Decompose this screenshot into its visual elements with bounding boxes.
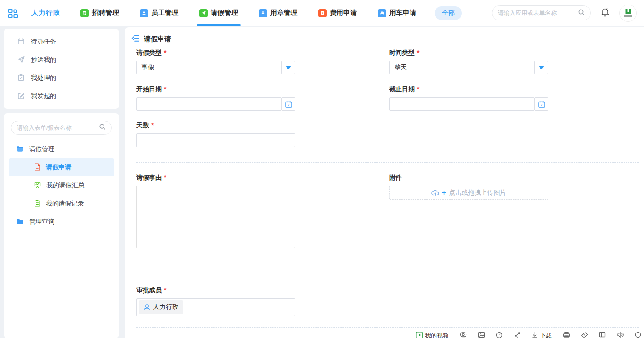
eraser-icon — [581, 332, 588, 338]
collapse-sidebar-icon[interactable] — [131, 34, 140, 44]
required-asterisk: * — [164, 174, 166, 182]
time-type-dropdown-button[interactable] — [535, 61, 548, 74]
open-folder-icon — [16, 146, 24, 153]
brand-logo-icon — [625, 9, 632, 15]
tab-label: 用车申请 — [389, 9, 416, 17]
svg-text:7: 7 — [287, 103, 290, 107]
tab-seal[interactable]: 用章管理 — [259, 0, 297, 26]
leave-request-form-panel: 请假申请 请假类型* 事假 — [125, 27, 644, 338]
screenshot-button[interactable] — [478, 332, 485, 338]
global-search[interactable] — [492, 5, 591, 20]
field-label: 时间类型* — [389, 49, 548, 57]
reason-textarea[interactable] — [136, 186, 295, 248]
seal-icon — [259, 9, 267, 17]
recorder-toolbar: 我的视频 下载 — [416, 332, 641, 338]
leave-type-value: 事假 — [141, 64, 154, 72]
calendar-icon: 7 — [285, 100, 292, 108]
speed-button[interactable] — [496, 332, 503, 338]
form-header: 请假申请 — [125, 27, 644, 49]
tab-vehicle[interactable]: 用车申请 — [378, 0, 416, 26]
my-videos-button[interactable]: 我的视频 — [416, 332, 449, 338]
tree-item-leave-records[interactable]: 我的请假记录 — [9, 195, 114, 213]
erase-button[interactable] — [581, 332, 588, 338]
recruitment-icon — [80, 9, 89, 17]
form-search-input[interactable] — [17, 124, 99, 131]
rocket-share-icon — [514, 332, 521, 338]
tab-expense[interactable]: ¥ 费用申请 — [318, 0, 357, 26]
cloud-upload-icon — [431, 190, 439, 196]
sidebar-item-todo-tasks[interactable]: 待办任务 — [4, 33, 119, 51]
tree-folder-leave-management[interactable]: 请假管理 — [4, 140, 119, 158]
record-circle-icon — [635, 332, 641, 338]
brand-logo-caption — [624, 15, 632, 17]
car-icon — [378, 9, 386, 17]
employee-icon — [140, 9, 148, 17]
days-input-box[interactable] — [136, 133, 295, 147]
approver-picker[interactable]: 人力行政 — [136, 298, 295, 316]
sidebar-item-label: 我处理的 — [31, 74, 56, 82]
share-button[interactable] — [514, 332, 521, 338]
time-type-select[interactable]: 整天 — [389, 61, 535, 74]
global-search-input[interactable] — [498, 10, 578, 16]
all-apps-pill[interactable]: 全部 — [435, 6, 462, 20]
tree-folder-label: 管理查询 — [29, 218, 54, 226]
end-date-input[interactable] — [394, 100, 530, 108]
sidebar-item-initiated-by-me[interactable]: 我发起的 — [4, 87, 119, 105]
tab-employees[interactable]: 员工管理 — [140, 0, 178, 26]
volume-button[interactable] — [617, 332, 624, 338]
search-icon[interactable] — [578, 9, 585, 18]
leave-send-icon — [199, 9, 208, 17]
tab-leave[interactable]: 请假管理 — [199, 0, 238, 26]
form-search[interactable] — [11, 121, 112, 135]
print-button[interactable] — [563, 332, 570, 338]
image-icon — [478, 332, 485, 338]
record-button[interactable] — [635, 332, 641, 338]
layout-panel-icon — [599, 332, 606, 338]
app-launcher-grid-icon[interactable] — [7, 8, 18, 19]
field-end-date: 截止日期* 7 — [389, 85, 548, 111]
sidebar-item-cc-to-me[interactable]: 抄送我的 — [4, 51, 119, 69]
green-clipboard-icon — [34, 200, 40, 208]
leave-type-select[interactable]: 事假 — [136, 61, 282, 74]
account-avatar[interactable] — [619, 5, 637, 22]
tree-item-leave-request[interactable]: 请假申请 — [9, 158, 114, 176]
chevron-down-icon — [286, 66, 291, 69]
start-date-input[interactable] — [141, 100, 277, 108]
plus-icon: + — [442, 189, 446, 196]
start-date-picker-button[interactable]: 7 — [282, 97, 295, 111]
end-date-input-box[interactable] — [389, 97, 535, 111]
notification-bell-icon[interactable] — [601, 7, 609, 19]
end-date-picker-button[interactable]: 7 — [535, 97, 548, 111]
tree-item-leave-summary[interactable]: 我的请假汇总 — [9, 176, 114, 195]
days-input[interactable] — [141, 137, 290, 144]
tab-label: 费用申请 — [330, 9, 357, 17]
download-button[interactable]: 下载 — [532, 332, 552, 338]
attachment-upload-dropzone[interactable]: + 点击或拖拽上传图片 — [389, 186, 548, 200]
field-leave-type: 请假类型* 事假 — [136, 49, 295, 74]
required-asterisk: * — [164, 49, 166, 57]
field-reason: 请假事由* — [136, 174, 295, 250]
sidebar-item-label: 我发起的 — [31, 92, 56, 100]
start-date-input-box[interactable] — [136, 97, 282, 111]
sidebar-item-label: 抄送我的 — [31, 56, 56, 64]
tab-recruitment[interactable]: 招聘管理 — [80, 0, 119, 26]
my-videos-label: 我的视频 — [425, 332, 449, 338]
topbar-right-group — [492, 5, 637, 22]
layout-button[interactable] — [599, 332, 606, 338]
search-icon[interactable] — [99, 123, 106, 132]
form-section-divider — [136, 162, 639, 163]
tree-folder-admin-query[interactable]: 管理查询 — [4, 213, 119, 231]
sidebar-item-label: 待办任务 — [31, 38, 56, 46]
page-body: 待办任务 抄送我的 我处理的 — [0, 26, 644, 338]
workspace-title[interactable]: 人力行政 — [31, 9, 60, 17]
sidebar-item-handled-by-me[interactable]: 我处理的 — [4, 69, 119, 87]
webcam-button[interactable] — [460, 332, 467, 338]
time-type-value: 整天 — [394, 64, 407, 72]
field-start-date: 开始日期* 7 — [136, 85, 295, 111]
field-label: 请假事由* — [136, 174, 295, 182]
approver-member-tag[interactable]: 人力行政 — [139, 300, 183, 314]
field-approver: 审批成员* 人力行政 — [136, 286, 295, 316]
leave-type-dropdown-button[interactable] — [282, 61, 295, 74]
upload-hint-text: 点击或拖拽上传图片 — [449, 189, 506, 197]
required-asterisk: * — [164, 85, 166, 93]
